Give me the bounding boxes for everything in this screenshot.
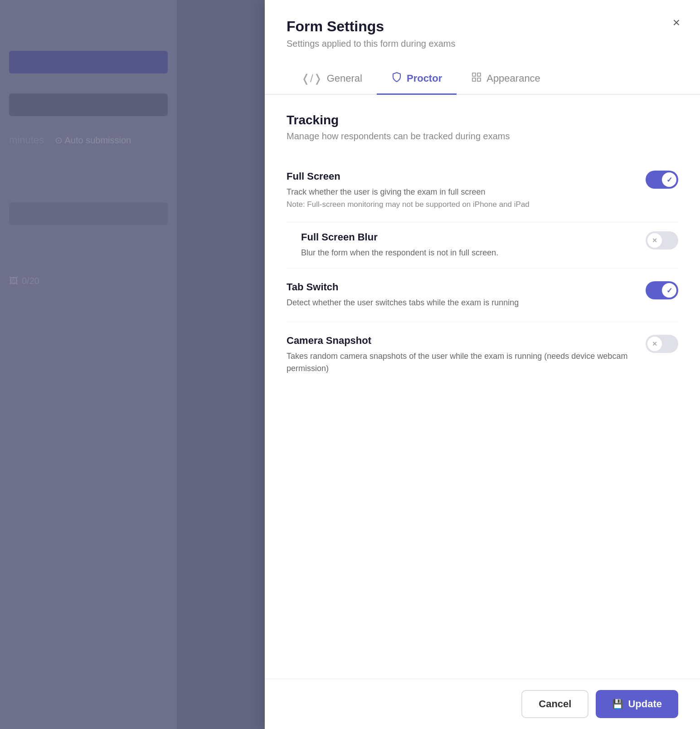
setting-tab-switch-info: Tab Switch Detect whether the user switc… <box>287 281 646 309</box>
blur-x-icon: ✕ <box>652 237 657 244</box>
full-screen-thumb: ✓ <box>662 172 676 187</box>
tracking-title: Tracking <box>287 113 678 127</box>
tab-proctor-label: Proctor <box>407 73 442 84</box>
proctor-tab-icon <box>391 72 402 85</box>
blur-desc: Blur the form when the respondent is not… <box>301 247 631 259</box>
camera-x-icon: ✕ <box>652 340 657 347</box>
camera-thumb: ✕ <box>647 337 662 351</box>
tab-bar: ❬/❭ General Proctor <box>265 64 700 95</box>
full-screen-desc: Track whether the user is giving the exa… <box>287 186 631 198</box>
full-screen-toggle[interactable]: ✓ <box>646 171 678 189</box>
tab-general-label: General <box>327 73 362 84</box>
close-icon: × <box>673 16 680 29</box>
svg-rect-3 <box>477 78 481 81</box>
modal-body: Tracking Manage how respondents can be t… <box>265 95 700 679</box>
tracking-subtitle: Manage how respondents can be tracked du… <box>287 131 678 142</box>
appearance-tab-icon <box>471 72 482 85</box>
svg-rect-0 <box>472 73 476 76</box>
blur-name: Full Screen Blur <box>301 231 631 243</box>
camera-snapshot-desc: Takes random camera snapshots of the use… <box>287 350 631 375</box>
full-screen-name: Full Screen <box>287 171 631 182</box>
setting-full-screen-blur: Full Screen Blur Blur the form when the … <box>287 222 678 269</box>
full-screen-note: Note: Full-screen monitoring may not be … <box>287 200 631 209</box>
close-button[interactable]: × <box>671 15 682 31</box>
modal-dialog: Form Settings Settings applied to this f… <box>265 0 700 729</box>
tab-appearance[interactable]: Appearance <box>457 64 555 95</box>
setting-camera-info: Camera Snapshot Takes random camera snap… <box>287 335 646 375</box>
setting-full-screen: Full Screen Track whether the user is gi… <box>287 158 678 222</box>
svg-rect-1 <box>477 73 481 76</box>
modal-footer: Cancel 💾 Update <box>265 679 700 729</box>
tab-switch-toggle[interactable]: ✓ <box>646 281 678 299</box>
camera-snapshot-name: Camera Snapshot <box>287 335 631 347</box>
modal-subtitle: Settings applied to this form during exa… <box>287 39 678 49</box>
update-label: Update <box>628 698 662 710</box>
tab-general[interactable]: ❬/❭ General <box>287 64 377 95</box>
tab-switch-desc: Detect whether the user switches tabs wh… <box>287 297 631 309</box>
full-screen-check-icon: ✓ <box>666 176 672 184</box>
blur-thumb: ✕ <box>647 233 662 248</box>
save-icon: 💾 <box>612 699 623 709</box>
tab-proctor[interactable]: Proctor <box>377 64 457 95</box>
update-button[interactable]: 💾 Update <box>596 690 678 718</box>
modal-title: Form Settings <box>287 18 678 35</box>
cancel-button[interactable]: Cancel <box>521 690 588 718</box>
blur-toggle[interactable]: ✕ <box>646 231 678 250</box>
setting-camera-snapshot: Camera Snapshot Takes random camera snap… <box>287 322 678 387</box>
tab-appearance-label: Appearance <box>486 73 540 84</box>
setting-blur-info: Full Screen Blur Blur the form when the … <box>301 231 646 259</box>
setting-tab-switch: Tab Switch Detect whether the user switc… <box>287 269 678 322</box>
modal-header: Form Settings Settings applied to this f… <box>265 0 700 60</box>
svg-rect-2 <box>472 78 476 81</box>
general-tab-icon: ❬/❭ <box>301 72 322 85</box>
camera-toggle[interactable]: ✕ <box>646 335 678 353</box>
setting-full-screen-info: Full Screen Track whether the user is gi… <box>287 171 646 209</box>
modal-backdrop: Form Settings Settings applied to this f… <box>0 0 700 729</box>
tab-switch-check-icon: ✓ <box>666 286 672 295</box>
tab-switch-name: Tab Switch <box>287 281 631 293</box>
tab-switch-thumb: ✓ <box>662 283 676 298</box>
